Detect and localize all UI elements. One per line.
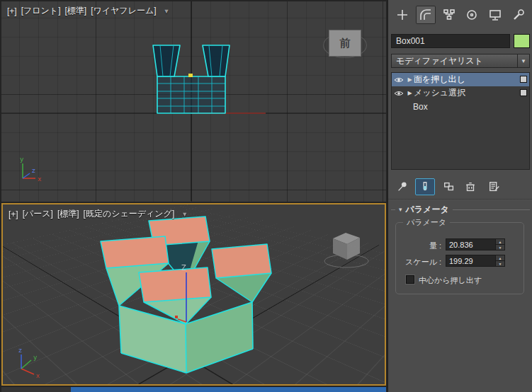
viewport-shading-menu[interactable]: [ワイヤフレーム] [91,5,156,17]
modifier-label: 面を押し出し [414,74,465,86]
viewport-general-menu[interactable]: [+] [7,6,17,16]
modifier-list-dropdown[interactable]: モディファイヤリスト ▼ [391,54,530,68]
viewport-general-menu[interactable]: [+] [9,209,18,219]
extrude-from-center-checkbox[interactable] [406,275,414,284]
rollout-title: パラメータ [406,204,449,216]
viewport-menu-arrow-icon[interactable]: ▼ [164,8,170,15]
amount-value[interactable]: 20.836 [446,239,495,250]
viewcube-3d[interactable] [324,233,368,267]
create-plus-icon [395,8,409,22]
expand-arrow-icon[interactable]: ▶ [406,90,414,96]
spinner-arrows: ▲ ▼ [495,255,504,266]
amount-spinner[interactable]: 20.836 ▲ ▼ [446,238,505,250]
panel-separator [388,199,532,200]
track-bar-range[interactable] [71,387,386,392]
command-panel: モディファイヤリスト ▼ ▶ 面を押し出し ▶ メッシュ選択 B [387,0,532,392]
scale-spinner[interactable]: 199.29 ▲ ▼ [446,255,505,267]
viewcube-front-face[interactable]: 前 [329,30,361,57]
modifier-toggle[interactable] [520,76,527,83]
front-axis-tripod: x y z [20,156,42,183]
axis-x-label: x [36,372,40,379]
tab-modify[interactable] [416,6,436,24]
remove-modifier-button[interactable] [460,178,480,195]
modifier-label: メッシュ選択 [414,87,465,99]
front-viewport[interactable]: x y z [+] [フロント] [標準] [ワイヤフレーム] ▼ 前 [1,1,386,202]
group-title: パラメータ [403,217,450,228]
configure-icon [488,180,501,193]
tab-utilities[interactable] [509,6,528,24]
tab-create[interactable] [392,6,412,24]
modifier-label: Box [413,102,428,112]
scale-label: スケール : [397,257,441,267]
stack-row-mesh-select[interactable]: ▶ メッシュ選択 [392,86,529,100]
axis-z-label: z [18,347,22,354]
right-prong [203,45,230,76]
persp-axis-tripod: x y z [18,347,40,379]
trash-icon [464,180,477,193]
extrude-from-center-label: 中心から押し出す [419,275,482,286]
visibility-eye-icon[interactable] [392,76,406,83]
command-panel-tabs [390,4,531,25]
show-end-result-icon [419,180,431,193]
perspective-viewport-menu: [+] [パース] [標準] [既定のシェーディング] ▼ [9,208,188,220]
utilities-wrench-icon [511,8,526,22]
modifier-stack: ▶ 面を押し出し ▶ メッシュ選択 Box [391,72,530,170]
object-color-swatch[interactable] [514,34,530,48]
motion-icon [465,8,479,22]
pin-icon [396,180,409,193]
pin-stack-button[interactable] [392,178,412,195]
gizmo-z-label: Z [181,264,186,272]
display-icon [488,8,502,22]
rollout-line [453,209,530,210]
configure-modifier-sets-button[interactable] [485,178,504,195]
spinner-down-icon[interactable]: ▼ [496,245,504,250]
track-bar[interactable] [1,387,386,392]
object-name-field[interactable] [391,34,510,48]
make-unique-icon [443,180,455,193]
right-pillar[interactable] [212,244,271,302]
dropdown-arrow-icon[interactable]: ▼ [517,54,529,67]
axis-y-label: y [20,156,24,163]
tab-display[interactable] [485,6,505,24]
modifier-list-label: モディファイヤリスト [392,55,517,67]
front-viewport-menu: [+] [フロント] [標準] [ワイヤフレーム] ▼ [7,5,169,17]
expand-arrow-icon[interactable]: ▶ [406,76,414,83]
make-unique-button[interactable] [439,178,459,195]
spinner-up-icon[interactable]: ▲ [496,255,504,261]
viewport-standard-menu[interactable]: [標準] [57,208,79,220]
rollout-arrow-icon[interactable]: ▾ [399,206,402,213]
rollout-line [391,209,395,210]
axis-y-label: y [33,354,38,361]
viewport-pov-menu[interactable]: [フロント] [21,5,61,17]
left-prong [153,45,180,76]
spinner-arrows: ▲ ▼ [495,239,504,250]
viewport-standard-menu[interactable]: [標準] [64,5,86,17]
visibility-eye-icon[interactable] [392,90,406,97]
scale-value[interactable]: 199.29 [446,255,495,266]
stack-row-box[interactable]: Box [392,100,529,113]
tab-motion[interactable] [462,6,482,24]
stack-row-face-extrude[interactable]: ▶ 面を押し出し [392,73,529,86]
hierarchy-icon [442,8,456,22]
axis-z-label: z [32,167,35,174]
show-end-result-button[interactable] [415,178,435,195]
amount-label: 量 : [397,241,441,251]
parameters-rollout-header[interactable]: ▾ パラメータ [391,204,530,215]
viewport-pov-menu[interactable]: [パース] [23,208,53,220]
viewcube[interactable]: 前 [322,25,366,62]
tab-hierarchy[interactable] [439,6,459,24]
gizmo-center-handle [188,74,193,77]
viewport-shading-menu[interactable]: [既定のシェーディング] [84,208,175,220]
shaded-box-object[interactable]: Z [101,217,271,373]
perspective-viewport[interactable]: Z x y z [+] [パース] [標準] [1,203,386,386]
parameters-group: パラメータ 量 : 20.836 ▲ ▼ スケール : 199.29 ▲ ▼ 中… [395,222,524,294]
modify-icon [419,8,433,22]
3dsmax-window: x y z [+] [フロント] [標準] [ワイヤフレーム] ▼ 前 [0,0,532,392]
axis-x-label: x [38,175,42,183]
viewport-menu-arrow-icon[interactable]: ▼ [181,211,188,218]
spinner-down-icon[interactable]: ▼ [496,261,504,266]
perspective-viewport-canvas[interactable]: Z x y z [3,204,385,384]
modifier-toggle[interactable] [520,89,527,96]
spinner-up-icon[interactable]: ▲ [496,239,504,245]
